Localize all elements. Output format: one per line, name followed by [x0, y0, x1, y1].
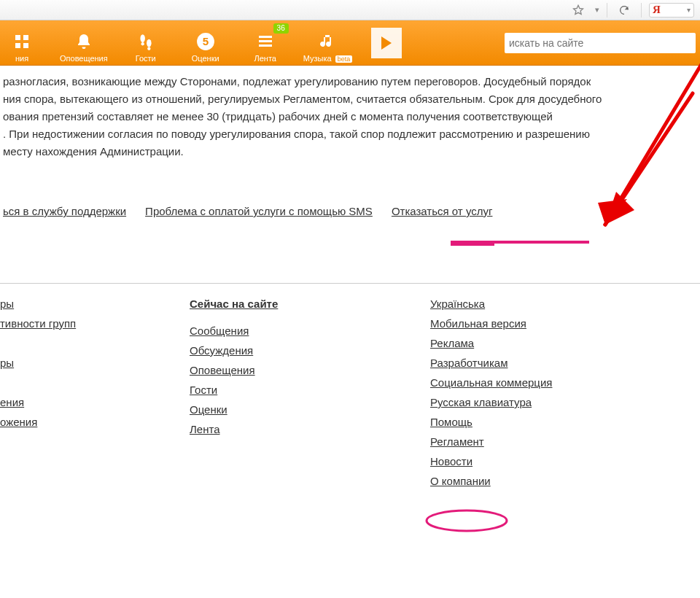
nav-item-notifications[interactable]: Оповещения [60, 20, 108, 66]
svg-rect-0 [15, 35, 20, 40]
footer-link[interactable]: ры [0, 294, 190, 314]
svg-point-17 [427, 510, 507, 531]
svg-point-6 [141, 42, 144, 45]
nav-label: Оповещения [60, 54, 108, 63]
grid-icon [11, 31, 33, 53]
annotation-underline [451, 244, 494, 246]
play-icon [381, 36, 392, 50]
footer-link-regulation[interactable]: Регламент [430, 432, 700, 451]
svg-rect-1 [23, 35, 28, 40]
footer-link[interactable]: ения [0, 392, 190, 412]
footsteps-icon [135, 31, 157, 53]
footer-link-keyboard[interactable]: Русская клавиатура [430, 392, 700, 412]
footer-link-guests[interactable]: Гости [190, 380, 430, 400]
nav-label: Музыка beta [303, 54, 353, 63]
annotation-arrow [576, 57, 700, 246]
footer-col-a: ры тивности групп ры ения ожения [0, 294, 190, 491]
nav-label: Лента [254, 54, 276, 63]
svg-rect-2 [15, 43, 20, 48]
sms-payment-problem-link[interactable]: Проблема с оплатой услуги с помощью SMS [145, 205, 373, 217]
svg-point-4 [140, 34, 145, 42]
footer-col-b: Сейчас на сайте Сообщения Обсуждения Опо… [190, 294, 430, 491]
footer-col-c: Українська Мобильная версия Реклама Разр… [430, 294, 700, 491]
footer-link-help[interactable]: Помощь [430, 412, 700, 432]
yandex-search-box[interactable]: Я ▾ [649, 3, 694, 18]
footer-link[interactable]: ожения [0, 412, 190, 432]
footer-link-feed[interactable]: Лента [190, 419, 430, 439]
svg-rect-3 [23, 43, 28, 48]
nav-item-ratings[interactable]: 5 Оценки [184, 20, 228, 66]
search-box[interactable] [505, 33, 696, 53]
beta-badge: beta [335, 55, 353, 63]
feed-icon [254, 31, 276, 53]
svg-rect-11 [259, 40, 272, 42]
footer: ры тивности групп ры ения ожения Сейчас … [0, 284, 700, 491]
nav-item-0[interactable]: ния [0, 20, 44, 66]
contact-support-link[interactable]: ься в службу поддержки [3, 205, 126, 217]
footer-link-ads[interactable]: Реклама [430, 333, 700, 353]
bell-icon [73, 31, 95, 53]
badge: 36 [273, 23, 289, 34]
footer-link-developers[interactable]: Разработчикам [430, 353, 700, 373]
five-icon: 5 [195, 31, 217, 53]
svg-rect-12 [259, 44, 272, 47]
svg-text:5: 5 [202, 35, 208, 47]
annotation-circle [423, 508, 518, 533]
svg-point-5 [147, 39, 152, 47]
browser-chrome: ▾ Я ▾ [0, 0, 700, 20]
annotation-underline [451, 241, 589, 244]
footer-link-ukrainian[interactable]: Українська [430, 294, 700, 314]
footer-link[interactable]: тивности групп [0, 314, 190, 333]
footer-link-news[interactable]: Новости [430, 451, 700, 471]
footer-link-discussions[interactable]: Обсуждения [190, 341, 430, 360]
footer-link-notifications[interactable]: Оповещения [190, 360, 430, 380]
play-button[interactable] [371, 28, 402, 58]
footer-link-commerce[interactable]: Социальная коммерция [430, 373, 700, 392]
search-input[interactable] [509, 37, 691, 49]
svg-point-7 [147, 47, 150, 50]
footer-link-ratings[interactable]: Оценки [190, 400, 430, 419]
yandex-letter: Я [653, 4, 661, 16]
nav-item-guests[interactable]: Гости [124, 20, 168, 66]
music-icon [316, 31, 338, 53]
svg-rect-10 [259, 36, 272, 38]
star-icon[interactable] [569, 2, 588, 18]
nav-label: Оценки [192, 54, 219, 63]
footer-link-mobile[interactable]: Мобильная версия [430, 314, 700, 333]
nav-label: ния [15, 54, 28, 63]
footer-link-about[interactable]: О компании [430, 471, 700, 491]
nav-label: Гости [136, 54, 156, 63]
footer-heading: Сейчас на сайте [190, 294, 430, 314]
chevron-down-icon: ▾ [687, 6, 691, 14]
footer-link[interactable]: ры [0, 353, 190, 373]
footer-link-messages[interactable]: Сообщения [190, 321, 430, 341]
nav-item-feed[interactable]: 36 Лента [244, 20, 287, 66]
nav-item-music[interactable]: Музыка beta [303, 20, 353, 66]
cancel-services-link[interactable]: Отказаться от услуг [392, 205, 493, 217]
reload-icon[interactable] [615, 2, 634, 18]
